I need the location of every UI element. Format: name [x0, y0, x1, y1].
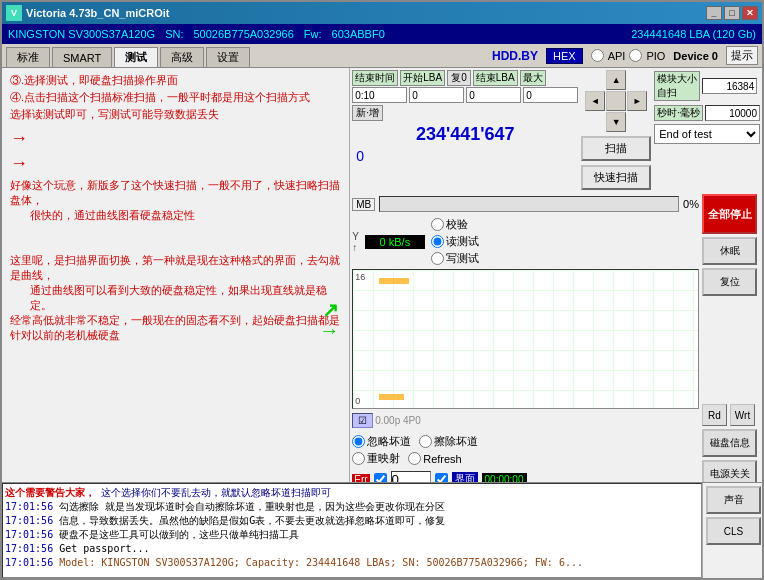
annotation-9: 通过曲线图可以看到大致的硬盘稳定性，如果出现直线就是稳定。: [10, 283, 347, 313]
scan-section: ▲ ◄ ► ▼ 扫描 快速扫描: [581, 70, 651, 192]
reset-btn[interactable]: 复0: [447, 70, 471, 86]
sn-label: SN:: [165, 28, 183, 40]
options-row: 忽略坏道 擦除坏道 重映射: [352, 434, 699, 466]
erase-bad-radio[interactable]: [419, 435, 432, 448]
refresh-radio[interactable]: [408, 452, 421, 465]
err-checkbox2[interactable]: [435, 473, 448, 483]
scan-button[interactable]: 扫描: [581, 136, 651, 161]
time-param-label: 秒时·毫秒: [654, 105, 703, 121]
arrow-right-1: →: [10, 128, 28, 149]
hint-button[interactable]: 提示: [726, 46, 758, 65]
err-input[interactable]: [391, 471, 431, 482]
annotation-8: 这里呢，是扫描界面切换，第一种就是现在这种格式的界面，去勾就是曲线，: [10, 253, 347, 283]
nav-right[interactable]: ►: [627, 91, 647, 111]
end-of-test-dropdown[interactable]: End of test Loop Acoustic AAM: [654, 124, 760, 144]
pio-radio[interactable]: [629, 49, 642, 62]
open-lba-label: 开始LBA: [400, 70, 445, 86]
tabbar: 标准 SMART 测试 高级 设置 HDD.BY HEX API PIO Dev…: [2, 44, 762, 68]
rd-button[interactable]: Rd: [702, 404, 727, 426]
annotation-3: ③.选择测试，即硬盘扫描操作界面: [10, 73, 347, 88]
tab-test[interactable]: 测试: [114, 47, 158, 67]
nav-down[interactable]: ▼: [606, 112, 626, 132]
log-buttons: 声音 CLS: [702, 483, 762, 578]
nav-center[interactable]: [606, 91, 626, 111]
progress-row: MB 0%: [352, 196, 699, 212]
tab-settings[interactable]: 设置: [206, 47, 250, 67]
stop-all-button[interactable]: 全部停止: [702, 194, 757, 234]
nav-left[interactable]: ◄: [585, 91, 605, 111]
main-window: V Victoria 4.73b_CN_miCROit _ □ ✕ KINGST…: [0, 0, 764, 580]
erase-bad-option: 擦除坏道: [419, 434, 478, 449]
end-lba-label: 结束LBA: [473, 70, 518, 86]
speed-row: Y ↑ 0 kB/s 校验: [352, 217, 699, 266]
params-section: 模块大小 自扫 秒时·毫秒 End of test Loop Acoustic: [654, 70, 760, 192]
orange-bar-1: [379, 278, 409, 284]
disk-fw: 603ABBF0: [332, 28, 385, 40]
end-time-label: 结束时间: [352, 70, 398, 86]
log-section: 这个需要警告大家， 这个选择你们不要乱去动，就默认忽略坏道扫描即可 17:01:…: [2, 482, 762, 578]
remap-option: 重映射: [352, 451, 400, 466]
read-option: 读测试: [431, 234, 479, 249]
sound-button[interactable]: 声音: [706, 486, 761, 514]
max-lba-input[interactable]: [523, 87, 578, 103]
nav-up[interactable]: ▲: [606, 70, 626, 90]
disk-info-button[interactable]: 磁盘信息: [702, 429, 757, 457]
hex-button[interactable]: HEX: [546, 48, 583, 64]
progress-bar: [379, 196, 679, 212]
hdd-by-label: HDD.BY: [492, 49, 538, 63]
end-lba-input[interactable]: [466, 87, 521, 103]
ignore-bad-radio[interactable]: [352, 435, 365, 448]
annotation-4: ④.点击扫描这个扫描标准扫描，一般平时都是用这个扫描方式: [10, 90, 347, 105]
diamond-nav: ▲ ◄ ► ▼: [585, 70, 647, 132]
time-input[interactable]: [352, 87, 407, 103]
reset-button[interactable]: 复位: [702, 268, 757, 296]
left-panel: ③.选择测试，即硬盘扫描操作界面 ④.点击扫描这个扫描标准扫描，一般平时都是用这…: [2, 68, 350, 482]
app-icon: V: [6, 5, 22, 21]
main-content: ③.选择测试，即硬盘扫描操作界面 ④.点击扫描这个扫描标准扫描，一般平时都是用这…: [2, 68, 762, 482]
annotation-6: 好像这个玩意，新版多了这个快速扫描，一般不用了，快速扫略扫描盘体，: [10, 178, 347, 208]
view-mode-1[interactable]: ☑: [352, 413, 373, 428]
cls-button[interactable]: CLS: [706, 517, 761, 545]
api-radio-group: API PIO: [591, 49, 666, 62]
read-radio[interactable]: [431, 235, 444, 248]
mb-label: MB: [352, 198, 375, 211]
err-checkbox[interactable]: [374, 473, 387, 483]
log-line-5: 17:01:56 Model: KINGSTON SV300S37A120G; …: [5, 556, 699, 570]
write-radio[interactable]: [431, 252, 444, 265]
y-axis-label: Y ↑: [352, 231, 359, 253]
time-param-input[interactable]: [705, 105, 760, 121]
api-radio[interactable]: [591, 49, 604, 62]
progress-percent: 0%: [683, 198, 699, 210]
annotation-10: 经常高低就非常不稳定，一般现在的固态看不到，起始硬盘扫描都是针对以前的老机械硬盘: [10, 313, 347, 343]
log-line-3: 17:01:56 硬盘不是这些工具可以做到的，这些只做单纯扫描工具: [5, 528, 699, 542]
rd-wrt-row: Rd Wrt: [702, 404, 760, 426]
arrow-right-2: →: [10, 153, 28, 174]
maximize-button[interactable]: □: [724, 6, 740, 20]
annotation-5: 选择读测试即可，写测试可能导致数据丢失: [10, 107, 347, 122]
tab-advanced[interactable]: 高级: [160, 47, 204, 67]
pos-label: 0.00p 4P0: [375, 415, 421, 426]
write-option: 写测试: [431, 251, 479, 266]
view-mode-row: ☑ 0.00p 4P0: [352, 413, 699, 428]
verify-option: 校验: [431, 217, 479, 232]
annotation-7: 很快的，通过曲线图看硬盘稳定性: [10, 208, 347, 223]
fast-scan-button[interactable]: 快速扫描: [581, 165, 651, 190]
ignore-bad-option: 忽略坏道: [352, 434, 411, 449]
log-line-2: 17:01:56 信息，导致数据丢失。虽然他的缺陷是假如G表，不要去更改就选择忽…: [5, 514, 699, 528]
block-size-input[interactable]: [702, 78, 757, 94]
new-increase-btn[interactable]: 新·增: [352, 105, 383, 121]
tab-smart[interactable]: SMART: [52, 47, 112, 67]
close-button[interactable]: ✕: [742, 6, 758, 20]
tab-standard[interactable]: 标准: [6, 47, 50, 67]
chart-section: MB 0% Y ↑ 0 kB/s: [352, 194, 760, 482]
sleep-button[interactable]: 休眠: [702, 237, 757, 265]
minimize-button[interactable]: _: [706, 6, 722, 20]
time-display: 00:00:00: [482, 473, 527, 483]
wrt-button[interactable]: Wrt: [730, 404, 755, 426]
chart-area: 16 0: [352, 269, 699, 409]
remap-radio[interactable]: [352, 452, 365, 465]
start-lba-input[interactable]: [409, 87, 464, 103]
right-panel: 结束时间 开始LBA 复0 结束LBA 最大: [350, 68, 762, 482]
verify-radio[interactable]: [431, 218, 444, 231]
power-button[interactable]: 电源关关: [702, 460, 757, 482]
